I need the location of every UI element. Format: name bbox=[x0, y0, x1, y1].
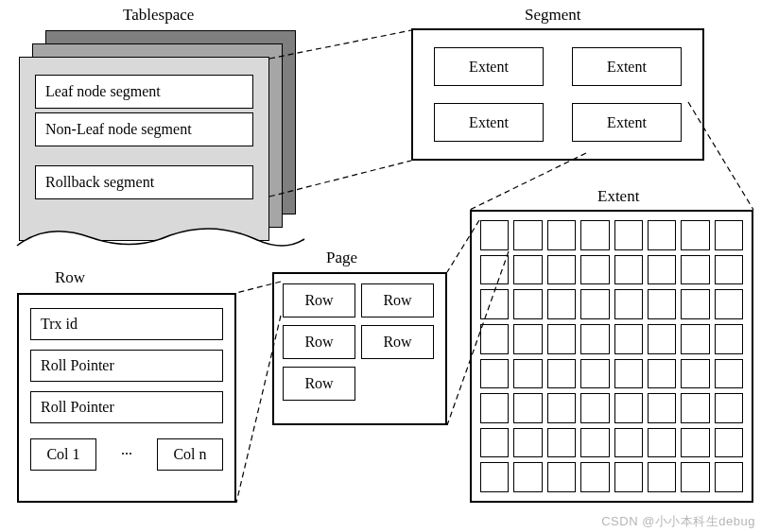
extent-cell bbox=[547, 462, 576, 492]
extent-cell bbox=[681, 220, 709, 250]
extent-cell bbox=[648, 324, 676, 354]
segment-box: Extent Extent Extent Extent bbox=[411, 28, 704, 161]
extent-cell bbox=[648, 393, 676, 423]
extent-cell bbox=[715, 359, 743, 389]
segment-extent-1: Extent bbox=[434, 47, 544, 86]
page-row-cell: Row bbox=[283, 325, 355, 359]
extent-cell bbox=[648, 428, 676, 458]
extent-cell bbox=[648, 289, 676, 319]
extent-cell bbox=[681, 324, 709, 354]
extent-cell bbox=[614, 462, 643, 492]
page-row-cell: Row bbox=[361, 325, 434, 359]
extent-cell bbox=[715, 393, 743, 423]
extent-cell bbox=[614, 359, 643, 389]
extent-cell bbox=[513, 393, 542, 423]
row-col-first: Col 1 bbox=[30, 438, 96, 471]
extent-cell bbox=[580, 220, 609, 250]
page-title: Page bbox=[326, 249, 357, 267]
tablespace-segment-nonleaf: Non-Leaf node segment bbox=[35, 112, 253, 146]
extent-cell bbox=[513, 289, 542, 319]
watermark: CSDN @小小本科生debug bbox=[601, 513, 755, 530]
extent-cell bbox=[513, 462, 542, 492]
extent-cell bbox=[614, 255, 643, 285]
tablespace-torn-edge bbox=[9, 213, 312, 260]
extent-cell bbox=[648, 462, 676, 492]
extent-cell bbox=[480, 324, 509, 354]
extent-cell bbox=[715, 428, 743, 458]
page-row-cell: Row bbox=[283, 283, 355, 317]
extent-cell bbox=[547, 220, 576, 250]
extent-cell bbox=[614, 393, 643, 423]
tablespace-segment-rollback: Rollback segment bbox=[35, 165, 253, 199]
extent-cell bbox=[681, 359, 709, 389]
row-field-rollpointer-1: Roll Pointer bbox=[30, 350, 223, 382]
extent-cell bbox=[715, 255, 743, 285]
extent-cell bbox=[648, 359, 676, 389]
extent-cell bbox=[480, 359, 509, 389]
segment-extent-3: Extent bbox=[434, 103, 544, 142]
extent-title: Extent bbox=[597, 187, 639, 206]
extent-cell bbox=[681, 393, 709, 423]
extent-cell bbox=[681, 462, 709, 492]
extent-cell bbox=[480, 220, 509, 250]
extent-cell bbox=[580, 393, 609, 423]
extent-cell bbox=[580, 289, 609, 319]
extent-cell bbox=[715, 220, 743, 250]
extent-cell bbox=[513, 220, 542, 250]
segment-title: Segment bbox=[525, 6, 581, 25]
extent-cell bbox=[681, 289, 709, 319]
tablespace-segment-leaf: Leaf node segment bbox=[35, 75, 253, 109]
row-col-last: Col n bbox=[157, 438, 223, 471]
extent-cell bbox=[614, 289, 643, 319]
extent-cell bbox=[513, 359, 542, 389]
extent-cell bbox=[614, 428, 643, 458]
extent-cell bbox=[547, 255, 576, 285]
extent-cell bbox=[648, 220, 676, 250]
page-box: Row Row Row Row Row bbox=[272, 272, 447, 425]
extent-cell bbox=[715, 324, 743, 354]
extent-cell bbox=[580, 428, 609, 458]
extent-cell bbox=[480, 393, 509, 423]
page-row-cell: Row bbox=[361, 283, 434, 317]
extent-cell bbox=[580, 359, 609, 389]
row-col-dots: ··· bbox=[106, 446, 147, 463]
extent-cell bbox=[547, 359, 576, 389]
extent-cell bbox=[547, 289, 576, 319]
extent-cell bbox=[513, 428, 542, 458]
extent-cell bbox=[480, 462, 509, 492]
extent-cell bbox=[547, 324, 576, 354]
extent-cell bbox=[715, 289, 743, 319]
extent-cell bbox=[580, 255, 609, 285]
page-row-cell: Row bbox=[283, 367, 355, 401]
extent-cell bbox=[480, 255, 509, 285]
extent-cell bbox=[715, 462, 743, 492]
row-title: Row bbox=[55, 268, 85, 287]
extent-cell bbox=[480, 428, 509, 458]
segment-extent-2: Extent bbox=[572, 47, 682, 86]
svg-line-3 bbox=[470, 153, 586, 210]
extent-cell bbox=[580, 324, 609, 354]
extent-cell bbox=[681, 428, 709, 458]
extent-cell bbox=[547, 393, 576, 423]
row-box: Trx id Roll Pointer Roll Pointer Col 1 ·… bbox=[17, 293, 236, 503]
row-field-trxid: Trx id bbox=[30, 308, 223, 340]
extent-cell bbox=[681, 255, 709, 285]
extent-cell bbox=[547, 428, 576, 458]
extent-cell bbox=[648, 255, 676, 285]
segment-extent-4: Extent bbox=[572, 103, 682, 142]
extent-cell bbox=[480, 289, 509, 319]
extent-cell bbox=[513, 324, 542, 354]
tablespace-title: Tablespace bbox=[123, 6, 194, 25]
extent-box bbox=[470, 210, 753, 503]
extent-cell bbox=[513, 255, 542, 285]
extent-cell bbox=[614, 220, 643, 250]
extent-cell bbox=[614, 324, 643, 354]
extent-cell bbox=[580, 462, 609, 492]
row-field-rollpointer-2: Roll Pointer bbox=[30, 391, 223, 423]
